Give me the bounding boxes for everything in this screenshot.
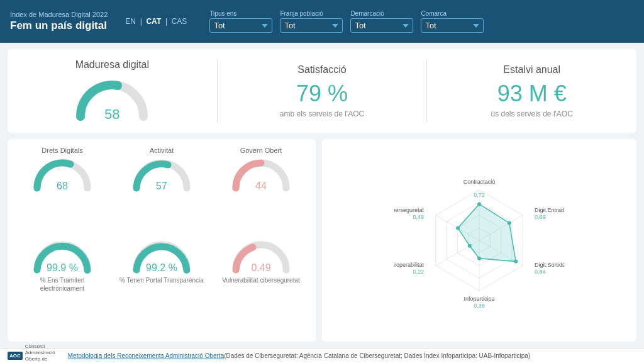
filter-comarca-select[interactable]: Tot [421, 18, 484, 33]
mini-kpi-govern: Govern Obert 44 [216, 147, 306, 233]
radar-label-contractacio: Contractació [464, 179, 496, 185]
svg-point-11 [477, 202, 481, 206]
mini-gauge-portal: 99.2 % [130, 238, 193, 274]
filter-tipus-ens-select[interactable]: Tot [209, 18, 272, 33]
kpi-divider-1 [217, 59, 218, 123]
brand-title: Fem un país digital [10, 20, 108, 32]
mini-kpi-tramiten-value: 99.9 % [47, 262, 78, 274]
kpi-maduresa-title: Maduresa digital [75, 59, 149, 70]
mini-kpi-tramiten-title: % Ens Tramiten electrònicament [18, 276, 107, 293]
language-selector: EN | CAT | CAS [125, 17, 187, 26]
kpi-maduresa: Maduresa digital 58 [20, 59, 204, 123]
radar-label-digit-entrada: Digit.Entrada [535, 207, 564, 213]
filter-tipus-ens: Tipus ens Tot [209, 10, 272, 33]
main-content: Maduresa digital 58 Satisfacció 79 % amb… [0, 43, 644, 348]
header: Índex de Maduresa Digital 2022 Fem un pa… [0, 0, 644, 43]
radar-label-vuln: Vuln.Ciberseguretat [394, 207, 424, 213]
filter-comarca: Comarca Tot [421, 10, 484, 33]
filter-bar: Tipus ens Tot Franja població Tot Demarc… [209, 10, 634, 33]
radar-value-vuln: 0,49 [413, 214, 424, 220]
mini-kpi-govern-value: 44 [255, 181, 267, 192]
filter-demarcacio-select[interactable]: Tot [350, 18, 413, 33]
svg-point-14 [477, 257, 481, 260]
radar-value-infoparticipa: 0,36 [474, 303, 485, 309]
footer: AOC Consorci Administració Oberta de Cat… [0, 348, 644, 363]
radar-label-interoperabilitat: Interoperabilitat [394, 262, 424, 268]
aoc-logo: AOC [8, 352, 23, 360]
kpi-estalvi-title: Estalvi anual [503, 64, 560, 75]
radar-value-digit-sortida: 0,84 [535, 269, 546, 275]
kpi-satisfaccio: Satisfacció 79 % amb els serveis de l'AO… [230, 64, 414, 118]
mini-kpi-drets: Drets Digitals 68 [18, 147, 107, 233]
kpi-satisfaccio-title: Satisfacció [297, 64, 346, 75]
mini-gauge-drets: 68 [31, 157, 94, 192]
mini-kpi-vulnerabilitat-title: Vulnerabilitat ciberseguretat [222, 276, 300, 284]
mini-gauge-govern: 44 [230, 157, 292, 192]
mini-kpi-drets-title: Drets Digitals [42, 147, 82, 154]
kpi-estalvi-value: 93 M € [497, 81, 567, 107]
footer-org: Consorci Administració Oberta de Catalun… [25, 343, 63, 363]
filter-comarca-label: Comarca [421, 10, 484, 17]
kpi-satisfaccio-subtitle: amb els serveis de l'AOC [280, 109, 364, 118]
bottom-row: Drets Digitals 68 Activitat 57 [8, 139, 636, 342]
radar-value-contractacio: 0,72 [474, 192, 485, 198]
mini-kpi-activitat: Activitat 57 [117, 147, 206, 233]
mini-kpi-portal: 99.2 % % Tenen Portal Transparència [117, 238, 206, 334]
mini-gauge-activitat: 57 [130, 157, 193, 192]
maduresa-gauge-value: 58 [104, 106, 119, 123]
svg-point-13 [514, 260, 518, 264]
mini-kpi-vulnerabilitat-value: 0.49 [251, 262, 270, 274]
svg-marker-10 [458, 204, 516, 261]
filter-tipus-ens-label: Tipus ens [209, 10, 272, 17]
filter-demarcacio: Demarcació Tot [350, 10, 413, 33]
filter-franja-poblacio-label: Franja població [280, 10, 343, 17]
radar-label-digit-sortida: Digit.Sortida [535, 262, 564, 268]
mini-gauge-vulnerabilitat: 0.49 [230, 238, 292, 274]
filter-franja-poblacio: Franja població Tot [280, 10, 343, 33]
kpi-divider-2 [426, 59, 427, 123]
radar-chart: Contractació 0,72 Digit.Entrada 0,69 Dig… [394, 165, 564, 316]
kpi-estalvi: Estalvi anual 93 M € ús dels serveis de … [440, 64, 624, 118]
kpi-row: Maduresa digital 58 Satisfacció 79 % amb… [8, 49, 636, 133]
brand: Índex de Maduresa Digital 2022 Fem un pa… [10, 11, 108, 32]
kpi-estalvi-subtitle: ús dels serveis de l'AOC [491, 109, 573, 118]
lang-cas[interactable]: CAS [172, 17, 187, 26]
mini-kpi-activitat-value: 57 [156, 181, 167, 192]
mini-kpi-drets-value: 68 [57, 181, 68, 192]
mini-kpi-vulnerabilitat: 0.49 Vulnerabilitat ciberseguretat [216, 238, 306, 334]
mini-kpi-portal-value: 99.2 % [146, 262, 177, 274]
svg-point-12 [508, 221, 511, 225]
mini-kpi-tramiten: 99.9 % % Ens Tramiten electrònicament [18, 238, 107, 334]
radar-label-infoparticipa: Infoparticipa [464, 296, 494, 302]
filter-demarcacio-label: Demarcació [350, 10, 413, 17]
brand-subtitle: Índex de Maduresa Digital 2022 [10, 11, 108, 18]
radar-value-digit-entrada: 0,69 [535, 214, 546, 220]
mini-kpi-panel: Drets Digitals 68 Activitat 57 [8, 139, 316, 342]
radar-panel: Contractació 0,72 Digit.Entrada 0,69 Dig… [322, 139, 636, 342]
maduresa-gauge: 58 [71, 75, 153, 123]
mini-kpi-portal-title: % Tenen Portal Transparència [119, 276, 204, 284]
footer-link[interactable]: Metodologia dels Reconeixements Administ… [68, 352, 224, 359]
mini-gauge-tramiten: 99.9 % [31, 238, 94, 274]
lang-en[interactable]: EN [125, 17, 136, 26]
filter-franja-poblacio-select[interactable]: Tot [280, 18, 343, 33]
svg-point-16 [456, 226, 460, 230]
mini-kpi-govern-title: Govern Obert [240, 147, 282, 154]
footer-extra: (Dades de Ciberseguretat: Agència Catala… [224, 352, 530, 359]
svg-point-15 [468, 244, 472, 248]
footer-logo: AOC Consorci Administració Oberta de Cat… [8, 343, 63, 363]
kpi-satisfaccio-value: 79 % [296, 81, 348, 107]
mini-kpi-activitat-title: Activitat [150, 147, 174, 154]
lang-cat[interactable]: CAT [146, 17, 161, 26]
radar-value-interoperabilitat: 0,22 [413, 269, 424, 275]
